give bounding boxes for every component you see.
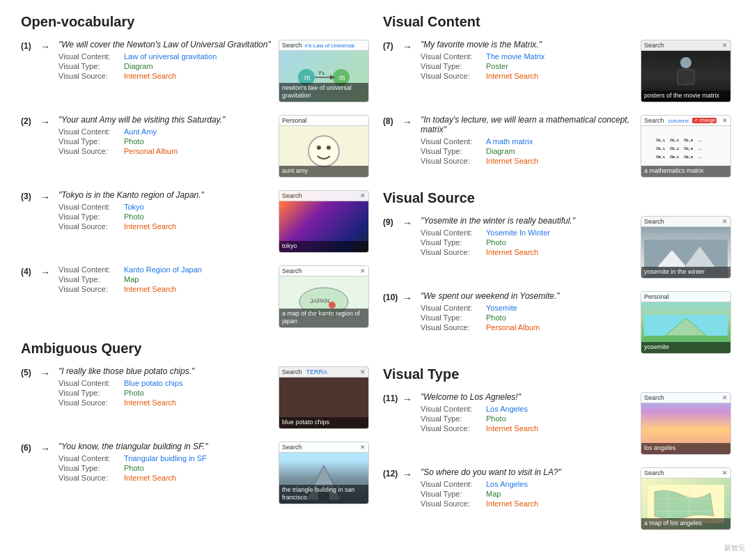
field-row: Visual Source: Internet Search xyxy=(421,72,636,80)
search-bar: Search ✕ xyxy=(279,191,368,201)
field-label: Visual Type: xyxy=(58,389,121,397)
field-value: Internet Search xyxy=(486,72,538,80)
field-value: Internet Search xyxy=(486,499,538,508)
item-num-arrow: (12) → xyxy=(383,467,416,480)
field-label: Visual Content: xyxy=(421,137,483,146)
field-value: Internet Search xyxy=(124,398,176,407)
svg-text:a₁,₃: a₁,₃ xyxy=(684,137,693,143)
field-label: Visual Content: xyxy=(421,228,483,237)
svg-text:a₃,₁: a₃,₁ xyxy=(656,153,665,160)
left-column: Open-vocabulary (1) → "We will cover the… xyxy=(21,14,369,543)
field-row: Visual Content: Law of universal gravita… xyxy=(58,52,274,61)
item-number: (9) xyxy=(383,216,400,227)
field-value: Diagram xyxy=(486,147,515,155)
field-label: Visual Content: xyxy=(421,480,483,488)
field-row: Visual Source: Internet Search xyxy=(421,424,636,433)
svg-text:m: m xyxy=(339,74,345,81)
svg-text:a₃,₃: a₃,₃ xyxy=(684,153,693,160)
item-fields: Visual Content: Aunt Amy Visual Type: Ph… xyxy=(58,127,274,155)
item-number: (5) xyxy=(21,366,38,378)
field-row: Visual Content: Blue potato chips xyxy=(58,379,274,387)
thumbnail: Search ✕ posters of the movie matrix xyxy=(641,40,731,102)
field-value: Aunt Amy xyxy=(124,127,157,136)
field-label: Visual Type: xyxy=(421,490,483,498)
field-row: Visual Content: The movie Matrix xyxy=(421,52,636,61)
search-label: Search xyxy=(282,192,302,199)
close-icon: ✕ xyxy=(722,117,728,124)
list-item: (7) → "My favorite movie is the Matrix."… xyxy=(383,40,731,102)
arrow-icon: → xyxy=(40,265,54,278)
field-value: Yosemite In Winter xyxy=(486,228,550,237)
field-row: Visual Content: Los Angeles xyxy=(421,480,636,488)
field-label: Visual Content: xyxy=(421,405,483,413)
item-num-arrow: (7) → xyxy=(383,40,416,52)
thumbnail-container: Search ✕ tokyo xyxy=(279,190,369,253)
close-icon: ✕ xyxy=(722,218,728,225)
section-visual-source-title: Visual Source xyxy=(383,190,731,206)
field-label: Visual Source: xyxy=(58,285,121,293)
item-detail: "I really like those blue potato chips."… xyxy=(58,366,274,407)
field-row: Visual Type: Map xyxy=(421,490,636,498)
search-bar: Search columns ↗ change ✕ xyxy=(641,116,730,126)
field-value: Internet Search xyxy=(486,248,538,256)
list-item: (8) → "In today's lecture, we will learn… xyxy=(383,115,731,178)
field-value: Photo xyxy=(124,464,144,472)
thumbnail: Personal yosemite xyxy=(641,291,731,354)
item-fields: Visual Content: Tokyo Visual Type: Photo… xyxy=(58,203,274,231)
item-num-arrow: (5) → xyxy=(21,366,54,379)
thumbnail-container: Personal aunt amy xyxy=(279,115,369,178)
field-row: Visual Content: Tokyo xyxy=(58,203,274,211)
search-bar: Personal xyxy=(279,116,368,126)
field-row: Visual Type: Diagram xyxy=(58,62,274,70)
item-number: (7) xyxy=(383,40,400,51)
item-fields: Visual Content: A math matrix Visual Typ… xyxy=(421,137,636,165)
arrow-icon: → xyxy=(402,40,416,52)
field-row: Visual Source: Internet Search xyxy=(58,285,274,293)
section-ambiguous-query: Ambiguous Query (5) → "I really like tho… xyxy=(21,341,369,504)
section-visual-source: Visual Source (9) → "Yosemite in the win… xyxy=(383,190,731,354)
close-icon: ✕ xyxy=(722,469,728,476)
item-fields: Visual Content: The movie Matrix Visual … xyxy=(421,52,636,80)
field-row: Visual Type: Photo xyxy=(58,212,274,221)
svg-text:a₂,₁: a₂,₁ xyxy=(656,145,665,151)
field-value: A math matrix xyxy=(486,137,533,146)
field-value: Map xyxy=(486,490,501,498)
item-detail: "My favorite movie is the Matrix." Visua… xyxy=(421,40,636,80)
item-fields: Visual Content: Los Angeles Visual Type:… xyxy=(421,405,636,433)
search-bar: Search n's Law of Universal xyxy=(279,40,368,51)
field-row: Visual Type: Photo xyxy=(58,464,274,472)
item-fields: Visual Content: Los Angeles Visual Type:… xyxy=(421,480,636,508)
svg-point-12 xyxy=(329,302,336,309)
item-num-arrow: (4) → xyxy=(21,265,54,278)
thumbnail: Search columns ↗ change ✕ a₁,₁ a₁,₂ a₁,₃ xyxy=(641,115,731,178)
field-value: Yosemite xyxy=(486,304,517,312)
field-row: Visual Type: Map xyxy=(58,275,274,283)
item-fields: Visual Content: Law of universal gravita… xyxy=(58,52,274,80)
field-value: Photo xyxy=(486,313,506,322)
section-visual-content: Visual Content (7) → "My favorite movie … xyxy=(383,14,731,178)
item-number: (6) xyxy=(21,442,38,453)
search-label: Personal xyxy=(282,117,307,124)
arrow-icon: → xyxy=(402,216,416,228)
search-label: Search xyxy=(644,218,664,225)
field-label: Visual Source: xyxy=(58,147,121,155)
list-item: (3) → "Tokyo is in the Kanto region of J… xyxy=(21,190,369,253)
field-label: Visual Type: xyxy=(421,238,483,247)
arrow-icon: → xyxy=(40,366,54,379)
item-detail: "You know, the triangular building in SF… xyxy=(58,442,274,482)
field-row: Visual Source: Internet Search xyxy=(421,248,636,256)
field-row: Visual Source: Personal Album xyxy=(421,323,636,332)
list-item: (4) → Visual Content: Kanto Region of Ja… xyxy=(21,265,369,328)
thumb-caption: blue potato chips xyxy=(279,417,368,428)
close-icon: ✕ xyxy=(360,192,366,199)
field-row: Visual Content: Los Angeles xyxy=(421,405,636,413)
item-num-arrow: (6) → xyxy=(21,442,54,454)
section-open-vocabulary: Open-vocabulary (1) → "We will cover the… xyxy=(21,14,369,328)
search-label: Search xyxy=(282,267,302,274)
item-quote: "Your aunt Amy will be visiting this Sat… xyxy=(58,115,274,125)
search-bar: Search ✕ xyxy=(279,266,368,277)
search-extra: columns xyxy=(668,118,689,124)
search-label: Search xyxy=(644,394,664,401)
thumbnail: Search ✕ yosemite in the winter xyxy=(641,216,731,279)
thumb-caption: newton's law of universal gravitation xyxy=(279,83,368,102)
